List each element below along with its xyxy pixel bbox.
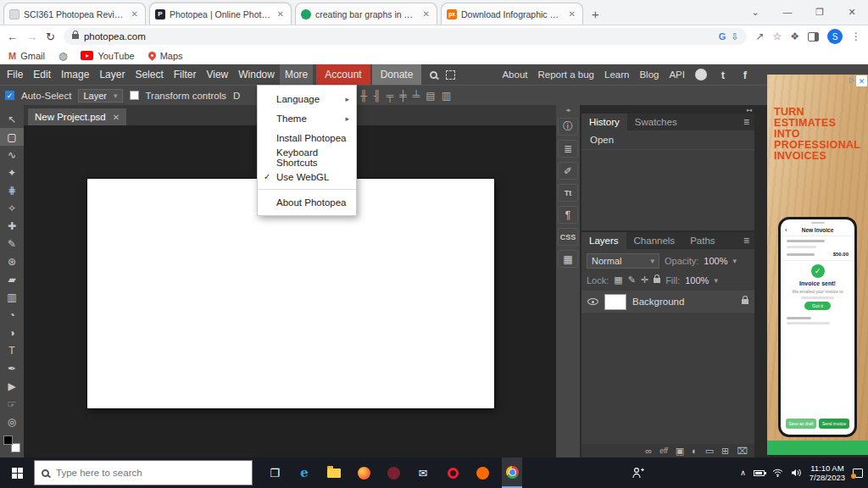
- twitter-icon[interactable]: t: [717, 69, 729, 80]
- align-top-icon[interactable]: ╤: [387, 90, 394, 102]
- tab-close-icon[interactable]: ✕: [275, 9, 286, 19]
- zoom-tool[interactable]: ◎: [0, 413, 24, 430]
- fill-value[interactable]: 100%: [685, 275, 709, 286]
- image-panel-icon[interactable]: ▦: [558, 250, 578, 268]
- layer-visibility-icon[interactable]: [587, 298, 598, 305]
- start-button[interactable]: [0, 458, 34, 488]
- notification-center-icon[interactable]: [853, 469, 863, 478]
- back-icon[interactable]: ←: [7, 30, 18, 43]
- character-panel-icon[interactable]: Tt: [558, 184, 578, 202]
- globe-icon[interactable]: ◍: [58, 50, 67, 62]
- menu-image[interactable]: Image: [56, 64, 94, 85]
- adjustments-icon[interactable]: ✐: [558, 162, 578, 180]
- select-tool[interactable]: ▢: [0, 128, 24, 146]
- menu-filter[interactable]: Filter: [169, 64, 202, 85]
- adchoices-icon[interactable]: ▷: [849, 76, 854, 84]
- bookmark-star-icon[interactable]: ☆: [772, 30, 782, 42]
- collapse-panel-icon[interactable]: ▸◂: [747, 107, 751, 114]
- taskbar-app-edge[interactable]: e: [294, 458, 314, 488]
- transform-controls-checkbox[interactable]: [130, 91, 139, 100]
- wifi-icon[interactable]: [772, 469, 783, 477]
- taskbar-people-button[interactable]: [632, 458, 645, 488]
- advertisement[interactable]: ▷ ✕ TURN ESTIMATES INTO PROFESSIONAL INV…: [767, 75, 868, 455]
- path-select-tool[interactable]: ▶: [0, 377, 24, 395]
- distribute-vertical-icon[interactable]: ▤: [426, 90, 435, 102]
- taskbar-clock[interactable]: 11:10 AM 7/28/2023: [810, 463, 845, 483]
- panel-menu-icon[interactable]: ≡: [738, 232, 754, 249]
- color-swatches[interactable]: [3, 435, 20, 452]
- document-tab[interactable]: New Project.psd ✕: [28, 108, 126, 125]
- document-close-icon[interactable]: ✕: [113, 113, 120, 122]
- refresh-icon[interactable]: ↻: [46, 30, 55, 43]
- taskbar-search[interactable]: [34, 460, 253, 485]
- opacity-dropdown-icon[interactable]: ▾: [733, 257, 737, 265]
- ad-close-icon[interactable]: ✕: [856, 75, 867, 86]
- brush-tool[interactable]: ✎: [0, 235, 24, 252]
- properties-icon[interactable]: ≣: [558, 140, 578, 158]
- browser-tab-3[interactable]: creating bar graphs in Photopea ✕: [295, 3, 437, 25]
- layer-select[interactable]: Layer ▾: [78, 89, 122, 103]
- menu-edit[interactable]: Edit: [28, 64, 56, 85]
- panel-menu-icon[interactable]: ≡: [738, 114, 754, 130]
- link-layers-icon[interactable]: ∞: [645, 446, 652, 456]
- tab-paths[interactable]: Paths: [682, 232, 722, 249]
- bookmark-gmail[interactable]: M Gmail: [8, 51, 45, 61]
- opacity-value[interactable]: 100%: [704, 256, 727, 266]
- link-learn[interactable]: Learn: [604, 69, 629, 80]
- bookmark-maps[interactable]: Maps: [148, 51, 183, 61]
- bookmark-youtube[interactable]: YouTube: [81, 51, 134, 61]
- got-it-button[interactable]: Got it: [804, 302, 831, 310]
- layer-row-background[interactable]: Background: [581, 291, 754, 313]
- taskbar-app-firefox[interactable]: [353, 458, 374, 488]
- adjustment-layer-icon[interactable]: ◐: [692, 446, 698, 456]
- menu-file[interactable]: File: [2, 64, 28, 85]
- install-app-icon[interactable]: ⇩: [731, 31, 738, 42]
- tab-swatches[interactable]: Swatches: [627, 114, 685, 130]
- menu-item-use-webgl[interactable]: ✓ Use WebGL: [258, 167, 356, 186]
- extensions-icon[interactable]: ❖: [790, 30, 799, 42]
- tab-search-icon[interactable]: ⌄: [739, 0, 771, 25]
- search-icon[interactable]: [430, 71, 437, 79]
- gradient-tool[interactable]: ▥: [0, 288, 24, 306]
- distribute-horizontal-icon[interactable]: ▥: [442, 90, 451, 102]
- link-about[interactable]: About: [502, 69, 527, 80]
- pen-tool[interactable]: ✒: [0, 359, 24, 377]
- send-invoice-button[interactable]: Send invoice: [819, 419, 849, 429]
- close-button[interactable]: ✕: [836, 0, 868, 25]
- lock-position-icon[interactable]: ✛: [641, 274, 648, 286]
- address-bar[interactable]: photopea.com G ⇩: [64, 28, 748, 45]
- https-lock-icon[interactable]: [72, 34, 79, 39]
- share-icon[interactable]: ↗: [755, 30, 764, 42]
- new-group-icon[interactable]: ▭: [705, 446, 714, 457]
- type-tool[interactable]: T: [0, 341, 24, 359]
- url-text[interactable]: photopea.com: [84, 31, 146, 42]
- layer-styles-icon[interactable]: eff: [659, 446, 667, 455]
- menu-item-language[interactable]: Language ▸: [258, 89, 356, 108]
- info-icon[interactable]: ⓘ: [558, 118, 578, 136]
- hand-tool[interactable]: ☞: [0, 395, 24, 413]
- dodge-tool[interactable]: ◑: [0, 324, 24, 341]
- menu-item-theme[interactable]: Theme ▸: [258, 108, 356, 128]
- donate-button[interactable]: Donate: [372, 64, 422, 85]
- browser-tab-4[interactable]: px Download Infographic Steps Sta... ✕: [441, 3, 583, 25]
- menu-item-about-photopea[interactable]: About Photopea: [258, 192, 356, 212]
- reddit-icon[interactable]: [695, 69, 707, 80]
- menu-layer[interactable]: Layer: [94, 64, 130, 85]
- link-api[interactable]: API: [669, 69, 685, 80]
- crop-tool[interactable]: ⋕: [0, 181, 24, 199]
- eyedropper-tool[interactable]: ✧: [0, 199, 24, 217]
- new-tab-button[interactable]: +: [583, 7, 608, 25]
- move-tool[interactable]: ↖: [0, 110, 24, 128]
- auto-select-checkbox[interactable]: ✓: [5, 91, 14, 100]
- browser-menu-icon[interactable]: ⋮: [851, 30, 861, 42]
- fullscreen-icon[interactable]: [446, 70, 455, 80]
- side-panel-icon[interactable]: [808, 32, 819, 42]
- blur-tool[interactable]: ◔: [0, 306, 24, 324]
- menu-window[interactable]: Window: [233, 64, 280, 85]
- facebook-icon[interactable]: f: [739, 69, 751, 80]
- paragraph-panel-icon[interactable]: ¶: [558, 206, 578, 224]
- taskbar-app-maroon[interactable]: [383, 458, 403, 488]
- google-icon[interactable]: G: [719, 31, 726, 42]
- menu-select[interactable]: Select: [130, 64, 168, 85]
- tab-channels[interactable]: Channels: [626, 232, 683, 249]
